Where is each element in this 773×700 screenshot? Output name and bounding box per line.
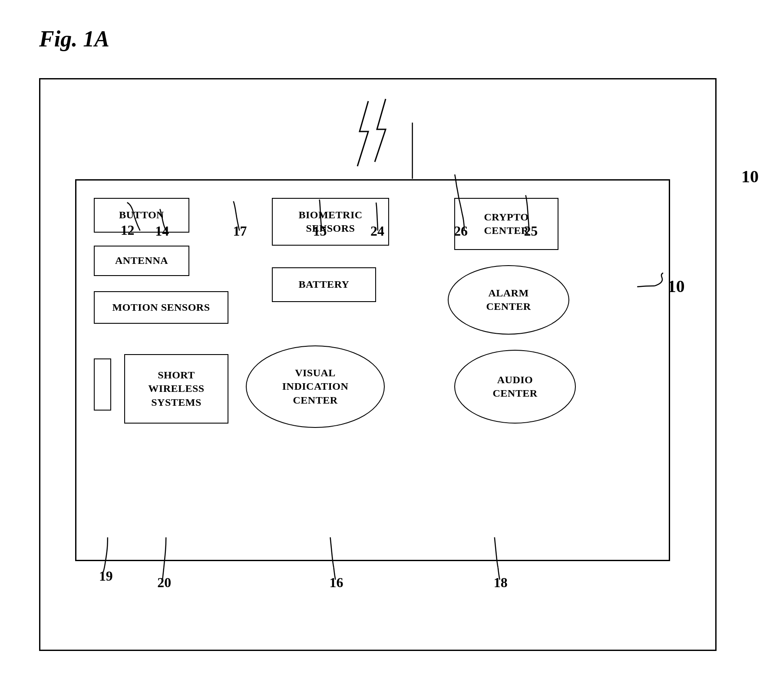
audio-center-component: AUDIO CENTER	[454, 350, 576, 424]
visual-indication-component: VISUAL INDICATION CENTER	[246, 345, 385, 428]
outer-boundary-box: 10 BUTTON ANTENNA MOTION SENSORS	[39, 78, 717, 651]
crypto-center-component: CRYPTO CENTER	[454, 198, 558, 250]
small-component-19	[94, 358, 111, 411]
ref-10-label: 10	[741, 166, 759, 187]
short-wireless-component: SHORT WIRELESS SYSTEMS	[124, 354, 228, 424]
button-component: BUTTON	[94, 198, 189, 233]
biometric-sensors-component: BIOMETRIC SENSORS	[272, 198, 389, 246]
svg-text:18: 18	[494, 575, 508, 590]
svg-text:20: 20	[157, 575, 171, 590]
figure-title: Fig. 1A	[39, 26, 109, 52]
inner-device-box: BUTTON ANTENNA MOTION SENSORS SHORT WIRE…	[75, 179, 670, 561]
lightning-area	[336, 92, 423, 179]
alarm-center-component: ALARM CENTER	[448, 265, 569, 335]
page: Fig. 1A 10 BUTTON ANTENNA	[0, 0, 773, 700]
svg-text:16: 16	[330, 575, 344, 590]
battery-component: BATTERY	[272, 267, 376, 302]
motion-sensors-component: MOTION SENSORS	[94, 291, 228, 324]
antenna-component: ANTENNA	[94, 246, 189, 276]
svg-text:19: 19	[99, 569, 113, 584]
